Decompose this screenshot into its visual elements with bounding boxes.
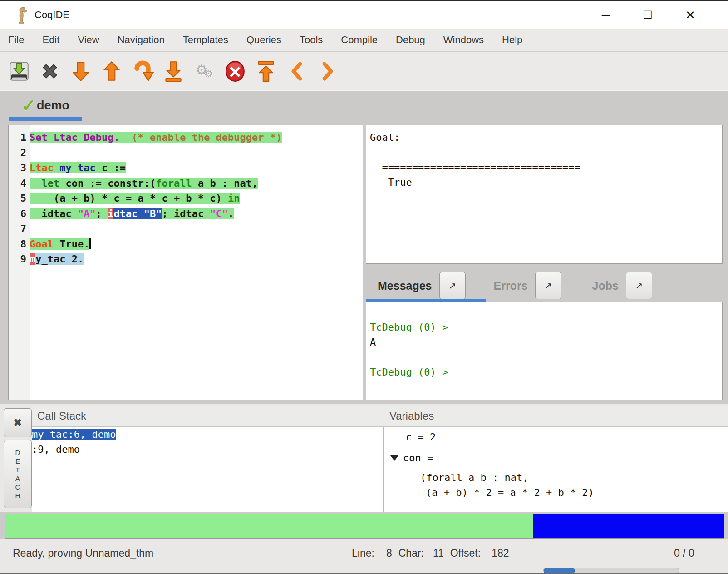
line-number: 6 <box>9 206 30 222</box>
code-line[interactable]: Goal True. <box>30 237 363 252</box>
code-segment: dtac <box>113 208 143 219</box>
mini-scrollbar[interactable] <box>543 568 679 573</box>
tab-jobs[interactable]: Jobs <box>592 279 619 292</box>
variable-line[interactable]: con = <box>384 450 728 465</box>
variables-header: Variables <box>384 406 728 427</box>
menu-compile[interactable]: Compile <box>332 29 387 51</box>
detach-errors-button[interactable]: ↗ <box>535 272 561 299</box>
interrupt-icon[interactable] <box>222 59 248 84</box>
call-stack-entry[interactable]: my_tac:6, demo <box>32 427 383 442</box>
menu-debug[interactable]: Debug <box>387 29 434 51</box>
close-icon: ✖ <box>14 417 22 429</box>
code-segment: "B" <box>144 208 162 219</box>
detach-jobs-button[interactable]: ↗ <box>626 272 652 299</box>
code-line[interactable]: Set Ltac Debug. (* enable the debugger *… <box>30 130 363 145</box>
code-segment <box>120 132 132 143</box>
code-segment: m <box>30 253 35 265</box>
next-occurrence-icon[interactable] <box>315 59 340 84</box>
code-segment <box>30 178 42 189</box>
message-line: A <box>370 335 722 350</box>
code-line[interactable] <box>30 221 363 237</box>
gears-icon[interactable]: ⚙⚙ <box>192 59 217 84</box>
menu-windows[interactable]: Windows <box>434 29 493 51</box>
menu-navigation[interactable]: Navigation <box>108 29 174 51</box>
menu-file[interactable]: File <box>0 29 33 51</box>
document-tab-bar: ✓ demo <box>0 90 728 124</box>
coqide-window: CoqIDE ─ ☐ ✕ File Edit View Navigation T… <box>0 0 728 574</box>
go-to-start-icon[interactable] <box>253 59 279 84</box>
menu-edit[interactable]: Edit <box>33 29 69 51</box>
go-to-end-icon[interactable] <box>161 59 186 84</box>
char-label: Char: <box>398 547 424 559</box>
code-segment: forall <box>156 178 198 189</box>
offset-value: 182 <box>492 547 509 559</box>
goal-line: True <box>370 175 722 190</box>
call-stack-controls: ✖ DETACH <box>4 408 31 508</box>
tab-demo[interactable]: ✓ demo <box>9 91 82 120</box>
code-segment: let <box>42 178 66 189</box>
code-line[interactable]: Ltac my_tac c := <box>30 160 363 176</box>
code-line[interactable]: (a + b) * c = a * c + b * c) in <box>30 191 363 206</box>
code-segment: "C" <box>210 208 228 219</box>
line-number: 8 <box>9 237 30 252</box>
code-segment: my_tac <box>59 162 102 173</box>
char-value: 11 <box>433 547 444 559</box>
menu-templates[interactable]: Templates <box>174 29 237 51</box>
active-message-tab-indicator <box>366 299 486 302</box>
mini-scrollbar-thumb[interactable] <box>544 568 575 574</box>
tab-messages[interactable]: Messages <box>378 279 432 292</box>
code-line[interactable]: idtac "A"; idtac "B"; idtac "C". <box>30 206 363 222</box>
offset-label: Offset: <box>450 547 481 559</box>
detach-messages-button[interactable]: ↗ <box>439 272 466 299</box>
message-tab-bar: Messages ↗ Errors ↗ Jobs ↗ <box>366 269 728 302</box>
code-area[interactable]: Set Ltac Debug. (* enable the debugger *… <box>30 125 363 400</box>
code-line[interactable] <box>30 145 363 161</box>
variables-title: Variables <box>389 410 434 422</box>
checkmark-icon: ✓ <box>21 97 36 114</box>
menu-view[interactable]: View <box>69 29 108 51</box>
step-backward-icon[interactable] <box>99 59 124 84</box>
minimize-button[interactable]: ─ <box>590 1 622 29</box>
tab-errors[interactable]: Errors <box>494 279 528 292</box>
line-value: 8 <box>386 547 392 559</box>
script-editor[interactable]: 123456789 Set Ltac Debug. (* enable the … <box>8 125 363 400</box>
close-button[interactable]: ✕ <box>674 1 706 29</box>
call-stack-entry[interactable]: :9, demo <box>32 442 383 457</box>
coqide-logo-icon <box>14 6 29 24</box>
previous-occurrence-icon[interactable] <box>284 59 310 84</box>
code-segment: . <box>228 208 234 219</box>
line-label: Line: <box>352 547 374 559</box>
title-bar: CoqIDE ─ ☐ ✕ <box>0 1 728 29</box>
save-icon[interactable] <box>6 59 32 84</box>
menu-help[interactable]: Help <box>493 29 531 51</box>
code-line[interactable]: my_tac 2. <box>30 252 363 267</box>
code-line[interactable]: let con := constr:(forall a b : nat, <box>30 176 363 191</box>
status-text: Ready, proving Unnamed_thm <box>13 547 153 559</box>
progress-remaining-segment <box>533 514 724 538</box>
debug-panels: ✖ DETACH Call Stack my_tac:6, demo:9, de… <box>0 404 728 512</box>
close-tab-icon[interactable] <box>37 59 63 84</box>
expand-triangle-icon[interactable] <box>390 455 398 461</box>
call-stack-list[interactable]: my_tac:6, demo:9, demo <box>32 427 384 512</box>
code-segment: idtac <box>30 208 78 219</box>
detach-arrow-icon: ↗ <box>448 280 456 291</box>
variables-list[interactable]: c = 2con =(forall a b : nat,(a + b) * 2 … <box>384 427 728 512</box>
code-segment: True. <box>59 238 89 250</box>
variable-line[interactable]: (forall a b : nat, <box>384 470 728 485</box>
menu-queries[interactable]: Queries <box>237 29 290 51</box>
step-forward-icon[interactable] <box>68 59 93 84</box>
line-number-gutter: 123456789 <box>9 125 30 400</box>
goal-pane: Goal: ================================= … <box>366 125 723 264</box>
code-segment: y_tac 2. <box>35 253 84 265</box>
menu-tools[interactable]: Tools <box>290 29 332 51</box>
go-to-cursor-icon[interactable] <box>130 59 155 84</box>
variable-line[interactable]: (a + b) * 2 = a * 2 + b * 2) <box>384 485 728 500</box>
detach-debug-panel-button[interactable]: DETACH <box>4 440 32 508</box>
code-segment: a b : nat, <box>198 178 258 189</box>
close-debug-panel-button[interactable]: ✖ <box>4 408 32 437</box>
call-stack-panel: Call Stack my_tac:6, demo:9, demo <box>32 406 384 512</box>
status-bar: Ready, proving Unnamed_thm Line: 8 Char:… <box>0 539 728 567</box>
variables-panel: Variables c = 2con =(forall a b : nat,(a… <box>384 406 728 512</box>
variable-line[interactable]: c = 2 <box>384 430 728 445</box>
maximize-button[interactable]: ☐ <box>632 1 664 29</box>
